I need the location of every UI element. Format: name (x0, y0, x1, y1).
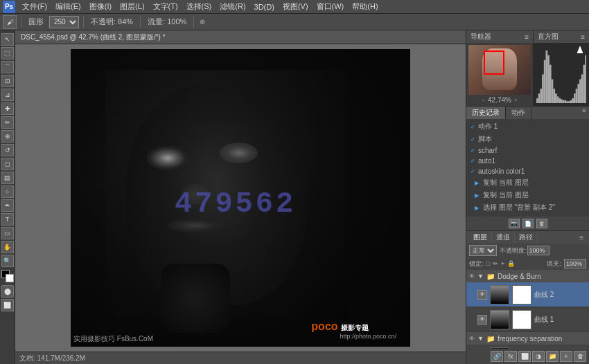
svg-rect-16 (566, 101, 568, 103)
history-item[interactable]: ✓scharf (466, 145, 589, 156)
brush-size-select[interactable]: 250 (49, 16, 79, 28)
canvas-content[interactable]: 479562 实用摄影技巧 FsBus.CoM poco 摄影专题 http:/… (15, 44, 466, 352)
eyedropper-tool[interactable]: ⊿ (1, 89, 14, 101)
tab-paths[interactable]: 路径 (515, 233, 538, 242)
tools-panel: ↖ ⬚ ⌒ ⊡ ⊿ ✚ ✏ ⊕ ↺ ◻ ▤ ○ ✒ T ▭ ✋ 🔍 ⬤ ⬜ (0, 30, 15, 364)
lock-trans-icon[interactable]: □ (486, 260, 490, 267)
tab-actions[interactable]: 动作 (506, 107, 531, 119)
opacity-input[interactable] (527, 246, 550, 255)
quick-mask-tool[interactable]: ⬤ (1, 285, 14, 298)
layer-group-dodge-burn[interactable]: 👁 ▼ 📁 Dodge & Burn (466, 270, 589, 282)
histogram-title: 直方图 (538, 32, 559, 42)
menu-filter[interactable]: 滤镜(R) (216, 1, 249, 12)
layer-effect-button[interactable]: fx (504, 351, 517, 362)
text-tool[interactable]: T (1, 213, 14, 226)
zoom-out-icon[interactable]: − (482, 97, 485, 104)
histogram-menu-icon[interactable]: ≡ (581, 33, 585, 41)
lock-all-icon[interactable]: 🔒 (507, 260, 515, 267)
layers-tabs: 图层 通道 路径 ≡ (466, 231, 589, 244)
menu-layer[interactable]: 图层(L) (116, 1, 148, 12)
toolbar-divider-1 (21, 17, 21, 28)
zoom-tool[interactable]: 🔍 (1, 255, 14, 267)
group-expand-icon[interactable]: ▼ (477, 273, 484, 280)
menu-image[interactable]: 图像(I) (85, 1, 116, 12)
brush-tool-left[interactable]: ✏ (1, 116, 14, 129)
menu-file[interactable]: 文件(F) (18, 1, 51, 12)
tab-history[interactable]: 历史记录 (466, 107, 506, 119)
pen-tool[interactable]: ✒ (1, 199, 14, 212)
layer-item-curve1[interactable]: 👁 曲线 1 (466, 307, 589, 332)
svg-rect-13 (561, 99, 563, 103)
svg-rect-22 (577, 84, 579, 103)
svg-rect-9 (553, 89, 555, 103)
history-item[interactable]: ▶选择 图层 "背景 副本 2" (466, 201, 589, 214)
menu-view[interactable]: 视图(V) (279, 1, 313, 12)
layer-thumb-bg3 (490, 347, 509, 349)
blend-mode-select[interactable]: 正常 (469, 245, 497, 256)
heal-tool[interactable]: ✚ (1, 102, 14, 115)
new-document-button[interactable]: 📄 (522, 219, 534, 228)
tab-channels[interactable]: 通道 (492, 233, 515, 242)
crop-tool[interactable]: ⊡ (1, 75, 14, 87)
layer-adj-button[interactable]: ◑ (532, 351, 545, 362)
color-swatches[interactable] (1, 270, 14, 282)
menu-3d[interactable]: 3D(D) (250, 3, 279, 11)
canvas-area: DSC_4554.psd @ 42.7% (曲线 2, 图层蒙版/*) * 47… (15, 30, 466, 364)
airbrush-icon[interactable]: ⊕ (198, 18, 206, 26)
layer-group-freq-sep[interactable]: 👁 ▼ 📁 frequency separation (466, 332, 589, 345)
layer-delete-button[interactable]: 🗑 (574, 351, 586, 362)
history-item[interactable]: ✓脚本 (466, 133, 589, 145)
layer-mask-button[interactable]: ⬜ (518, 351, 531, 362)
dodge-tool[interactable]: ○ (1, 185, 14, 198)
layer-item-curve2[interactable]: 👁 曲线 2 (466, 282, 589, 307)
layer-vis-curve2[interactable]: 👁 (477, 290, 487, 300)
layer-new-button[interactable]: + (560, 351, 572, 362)
group-expand-icon2[interactable]: ▼ (477, 335, 484, 342)
delete-state-button[interactable]: 🗑 (536, 219, 547, 228)
group-folder-icon2: 📁 (486, 335, 495, 343)
hand-tool[interactable]: ✋ (1, 241, 14, 253)
svg-rect-12 (559, 98, 561, 103)
thumb-view-rect (484, 51, 504, 75)
clone-tool[interactable]: ⊕ (1, 130, 14, 143)
lock-pos-icon[interactable]: + (501, 260, 504, 267)
navigator-menu-icon[interactable]: ≡ (525, 33, 529, 41)
gradient-tool[interactable]: ▤ (1, 172, 14, 184)
menu-window[interactable]: 窗口(W) (313, 1, 349, 12)
layers-controls: 🔗 fx ⬜ ◑ 📁 + 🗑 (466, 349, 589, 364)
history-menu-icon[interactable]: ≡ (579, 107, 589, 119)
history-item[interactable]: ▶复制 当前 图层 (466, 176, 589, 189)
zoom-in-icon[interactable]: + (514, 97, 518, 104)
toolbar-divider-2 (83, 17, 84, 28)
menu-help[interactable]: 帮助(H) (348, 1, 382, 12)
history-item[interactable]: ✓动作 1 (466, 120, 589, 133)
history-item[interactable]: ▶复制 当前 图层 (466, 189, 589, 201)
brush-tool[interactable]: 🖌 (3, 15, 17, 29)
layers-menu-icon[interactable]: ≡ (577, 234, 586, 242)
tab-layers[interactable]: 图层 (469, 233, 492, 242)
history-tabs: 历史记录 动作 ≡ (466, 107, 589, 119)
history-item[interactable]: ✓autoskin color1 (466, 166, 589, 176)
history-brush-tool[interactable]: ↺ (1, 144, 14, 156)
eraser-tool[interactable]: ◻ (1, 158, 14, 170)
layer-link-button[interactable]: 🔗 (491, 351, 503, 362)
menu-select[interactable]: 选择(S) (182, 1, 216, 12)
layer-thumb-curve2 (490, 285, 509, 304)
shape-tool[interactable]: ▭ (1, 227, 14, 239)
screen-mode-tool[interactable]: ⬜ (1, 299, 14, 311)
svg-marker-27 (577, 46, 583, 53)
layer-vis-curve1[interactable]: 👁 (477, 315, 487, 325)
history-item[interactable]: ✓auto1 (466, 156, 589, 166)
selection-tool[interactable]: ⬚ (1, 47, 14, 60)
menu-text[interactable]: 文字(T) (149, 1, 182, 12)
fill-label: 填充: (547, 260, 561, 269)
move-tool[interactable]: ↖ (1, 33, 14, 46)
fill-input[interactable] (564, 259, 586, 269)
lasso-tool[interactable]: ⌒ (1, 61, 14, 73)
layer-group-button[interactable]: 📁 (546, 351, 559, 362)
lock-paint-icon[interactable]: ✏ (493, 260, 498, 267)
navigator-thumbnail[interactable] (468, 45, 531, 95)
menu-edit[interactable]: 编辑(E) (51, 1, 85, 12)
svg-rect-23 (579, 79, 581, 103)
new-snapshot-button[interactable]: 📷 (509, 219, 520, 228)
